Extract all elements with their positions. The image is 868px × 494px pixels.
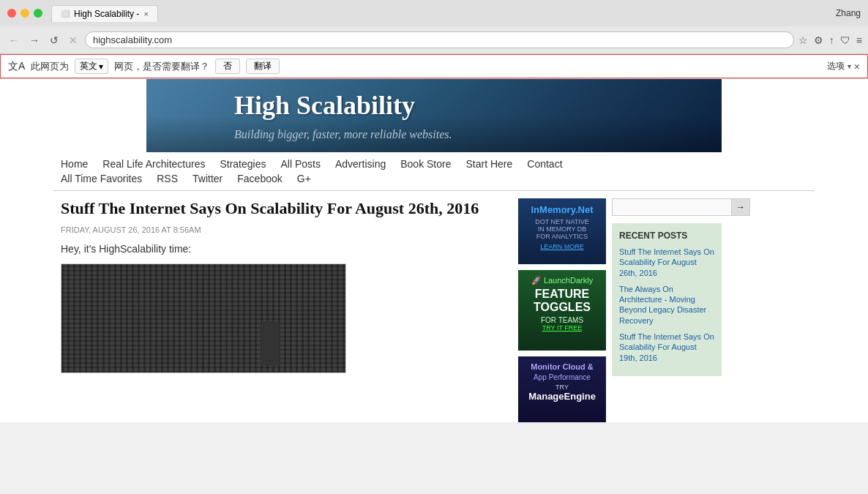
- nav-twitter[interactable]: Twitter: [192, 173, 222, 184]
- nav-book-store[interactable]: Book Store: [400, 158, 451, 170]
- url-text: highscalability.com: [93, 34, 786, 45]
- recent-posts-title: RECENT POSTS: [619, 231, 714, 241]
- minimize-button[interactable]: [20, 9, 29, 18]
- person-silhouette: [261, 321, 280, 365]
- site-banner: High Scalability Building bigger, faster…: [146, 79, 722, 152]
- extension-icon[interactable]: ⚙: [814, 34, 823, 46]
- nav-rss[interactable]: RSS: [157, 173, 178, 184]
- ad-manageengine-title: Monitor Cloud &: [524, 362, 600, 371]
- nav-row-1: Home Real Life Architectures Strategies …: [61, 158, 815, 170]
- ad-inmemory-line1: DOT NET NATIVE: [524, 218, 600, 225]
- recent-post-2[interactable]: The Always On Architecture - Moving Beyo…: [619, 284, 714, 326]
- translate-prefix: 此网页为: [31, 60, 69, 73]
- ad-launchdarkly-brand: 🚀 LaunchDarkly: [524, 276, 600, 285]
- close-button[interactable]: [7, 9, 16, 18]
- article-title: Stuff The Internet Says On Scalability F…: [61, 198, 496, 220]
- recent-posts: RECENT POSTS Stuff The Internet Says On …: [612, 223, 722, 376]
- ad-manageengine-name: ManageEngine: [524, 391, 600, 402]
- sidebar: InMemory.Net DOT NET NATIVE IN MEMORY DB…: [507, 191, 697, 422]
- translate-options: 选项 ▾ ×: [827, 60, 860, 72]
- shield-icon[interactable]: 🛡: [840, 34, 850, 46]
- translation-bar: 文A 此网页为 英文 ▾ 网页，是否需要翻译？ 否 翻译 选项 ▾ ×: [0, 54, 868, 78]
- nav-gplus[interactable]: G+: [297, 173, 311, 184]
- image-placeholder: [61, 264, 345, 373]
- sidebar-inner: InMemory.Net DOT NET NATIVE IN MEMORY DB…: [518, 198, 697, 422]
- ad-launchdarkly-title: FEATURE TOGGLES: [524, 288, 600, 314]
- nav-all-posts[interactable]: All Posts: [280, 158, 320, 170]
- tab-favicon: ⬜: [61, 10, 70, 18]
- search-box: →: [612, 198, 722, 216]
- translate-icon: 文A: [8, 60, 25, 73]
- recent-post-1[interactable]: Stuff The Internet Says On Scalability F…: [619, 247, 714, 278]
- reload-button[interactable]: ↺: [47, 33, 61, 48]
- translate-question: 网页，是否需要翻译？: [114, 60, 209, 73]
- main-wrapper: Stuff The Internet Says On Scalability F…: [53, 191, 815, 422]
- menu-icon[interactable]: ≡: [856, 34, 862, 46]
- toolbar-icons: ☆ ⚙ ↑ 🛡 ≡: [798, 34, 862, 46]
- forward-button[interactable]: →: [26, 33, 42, 48]
- nav-all-time-favorites[interactable]: All Time Favorites: [61, 173, 142, 184]
- ad-launchdarkly-cta[interactable]: TRY IT FREE: [524, 324, 600, 332]
- ad-inmemory-title: InMemory.Net: [524, 204, 600, 215]
- page-content: High Scalability Building bigger, faster…: [0, 79, 868, 422]
- language-text: 英文: [80, 60, 97, 72]
- language-arrow-icon: ▾: [99, 61, 103, 72]
- nav-advertising[interactable]: Advertising: [335, 158, 386, 170]
- site-navigation: Home Real Life Architectures Strategies …: [53, 152, 815, 191]
- address-bar[interactable]: highscalability.com: [85, 31, 794, 48]
- search-input[interactable]: [612, 198, 732, 216]
- article-image: [61, 263, 346, 373]
- site-banner-wrapper: High Scalability Building bigger, faster…: [0, 79, 868, 152]
- active-tab[interactable]: ⬜ High Scalability - ×: [51, 5, 158, 22]
- translate-yes-button[interactable]: 翻译: [246, 59, 280, 74]
- user-name: Zhang: [836, 8, 861, 18]
- sidebar-ads: InMemory.Net DOT NET NATIVE IN MEMORY DB…: [518, 198, 606, 422]
- ad-launchdarkly[interactable]: 🚀 LaunchDarkly FEATURE TOGGLES FOR TEAMS…: [518, 270, 606, 351]
- nav-home[interactable]: Home: [61, 158, 88, 170]
- title-bar: ⬜ High Scalability - × Zhang: [0, 0, 868, 26]
- ad-inmemory-line2: IN MEMORY DB: [524, 225, 600, 233]
- language-selector[interactable]: 英文 ▾: [75, 59, 108, 74]
- options-button[interactable]: 选项: [827, 60, 845, 72]
- nav-architectures[interactable]: Real Life Architectures: [102, 158, 205, 170]
- browser-chrome: ⬜ High Scalability - × Zhang ← → ↺ ✕ hig…: [0, 0, 868, 79]
- back-button[interactable]: ←: [6, 33, 22, 48]
- ad-manageengine[interactable]: Monitor Cloud & App Performance TRY Mana…: [518, 356, 606, 422]
- nav-facebook[interactable]: Facebook: [237, 173, 282, 184]
- ad-inmemory[interactable]: InMemory.Net DOT NET NATIVE IN MEMORY DB…: [518, 198, 606, 264]
- ad-launchdarkly-sub: FOR TEAMS: [524, 316, 600, 324]
- nav-start-here[interactable]: Start Here: [465, 158, 512, 170]
- bookmark-icon[interactable]: ☆: [798, 34, 808, 46]
- ad-inmemory-cta[interactable]: LEARN MORE: [524, 243, 600, 250]
- search-button[interactable]: →: [732, 198, 750, 216]
- translation-close-button[interactable]: ×: [854, 61, 860, 72]
- ad-manageengine-line2: App Performance: [524, 373, 600, 381]
- maximize-button[interactable]: [34, 9, 42, 18]
- tab-title: High Scalability -: [74, 9, 139, 19]
- nav-strategies[interactable]: Strategies: [220, 158, 266, 170]
- window-controls: [7, 9, 42, 18]
- banner-silhouette: [146, 116, 722, 152]
- tab-close-button[interactable]: ×: [143, 10, 148, 18]
- recent-post-3[interactable]: Stuff The Internet Says On Scalability F…: [619, 332, 714, 363]
- options-arrow-icon[interactable]: ▾: [848, 62, 851, 70]
- stop-button[interactable]: ✕: [66, 33, 81, 48]
- article-date: FRIDAY, AUGUST 26, 2016 AT 8:56AM: [61, 225, 496, 234]
- nav-row-2: All Time Favorites RSS Twitter Facebook …: [61, 173, 815, 184]
- ad-inmemory-line3: FOR ANALYTICS: [524, 233, 600, 240]
- article-area: Stuff The Internet Says On Scalability F…: [61, 191, 507, 422]
- sidebar-right: → RECENT POSTS Stuff The Internet Says O…: [612, 198, 722, 422]
- translate-no-button[interactable]: 否: [215, 59, 240, 74]
- article-intro: Hey, it's HighScalability time:: [61, 243, 496, 255]
- nav-contact[interactable]: Contact: [527, 158, 562, 170]
- ad-manageengine-sub: TRY: [524, 383, 600, 391]
- browser-toolbar: ← → ↺ ✕ highscalability.com ☆ ⚙ ↑ 🛡 ≡: [0, 26, 868, 54]
- share-icon[interactable]: ↑: [829, 34, 834, 46]
- tab-bar: ⬜ High Scalability - ×: [51, 5, 836, 22]
